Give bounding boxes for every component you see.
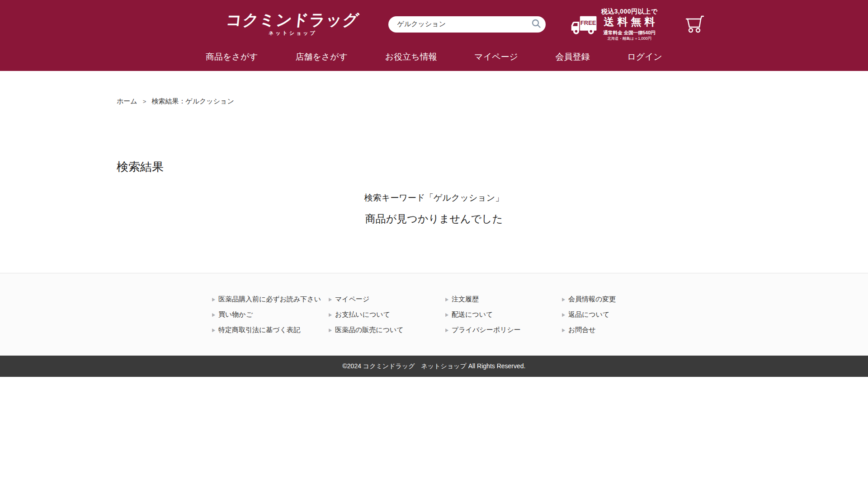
- nav-item-product-search[interactable]: 商品をさがす: [206, 51, 258, 63]
- shipping-threshold-text: 税込3,000円以上で: [601, 8, 658, 14]
- svg-text:FREE: FREE: [580, 19, 596, 26]
- search-keyword-text: 検索キーワード「ゲルクッション」: [0, 192, 868, 204]
- footer-link-mypage[interactable]: ▶マイページ: [329, 295, 445, 304]
- triangle-bullet-icon: ▶: [329, 312, 332, 317]
- footer-link-payment[interactable]: ▶お支払いについて: [329, 310, 445, 319]
- search-button[interactable]: [529, 18, 543, 31]
- shipping-remote-fee-text: 北海道・離島は＋1,000円: [601, 37, 658, 41]
- nav-item-useful-info[interactable]: お役立ち情報: [385, 51, 437, 63]
- footer-link-commerce-law[interactable]: ▶特定商取引法に基づく表記: [212, 326, 329, 334]
- copyright-bar: ©2024 コクミンドラッグ ネットショップ All Rights Reserv…: [0, 356, 868, 377]
- free-shipping-banner: FREE 税込3,000円以上で 送料無料 通常料金 全国一律540円 北海道・…: [571, 8, 658, 41]
- triangle-bullet-icon: ▶: [562, 296, 565, 302]
- main-navigation: 商品をさがす 店舗をさがす お役立ち情報 マイページ 会員登録 ログイン: [206, 46, 662, 68]
- site-header: コクミンドラッグ ネットショップ: [0, 0, 868, 71]
- triangle-bullet-icon: ▶: [445, 327, 448, 333]
- page-title: 検索結果: [117, 159, 751, 175]
- breadcrumb-separator: >: [143, 98, 146, 105]
- footer-link-cart[interactable]: ▶買い物かご: [212, 310, 329, 319]
- footer-link-member-info[interactable]: ▶会員情報の変更: [562, 295, 679, 304]
- copyright-text: ©2024 コクミンドラッグ ネットショップ All Rights Reserv…: [343, 362, 526, 371]
- breadcrumb-home-link[interactable]: ホーム: [117, 97, 137, 106]
- triangle-bullet-icon: ▶: [212, 296, 215, 302]
- cart-button[interactable]: [684, 15, 704, 34]
- footer-link-drug-notice[interactable]: ▶医薬品購入前に必ずお読み下さい: [212, 295, 329, 304]
- nav-item-mypage[interactable]: マイページ: [474, 51, 518, 63]
- brand-logo[interactable]: コクミンドラッグ ネットショップ: [226, 12, 359, 37]
- breadcrumb: ホーム > 検索結果：ゲルクッション: [117, 71, 751, 106]
- nav-item-login[interactable]: ログイン: [627, 51, 662, 63]
- footer-link-delivery[interactable]: ▶配送について: [445, 310, 562, 319]
- triangle-bullet-icon: ▶: [212, 327, 215, 333]
- triangle-bullet-icon: ▶: [562, 312, 565, 317]
- footer-link-drug-sales[interactable]: ▶医薬品の販売について: [329, 326, 445, 334]
- footer-link-returns[interactable]: ▶返品について: [562, 310, 679, 319]
- footer-link-contact[interactable]: ▶お問合せ: [562, 326, 679, 334]
- triangle-bullet-icon: ▶: [329, 327, 332, 333]
- brand-logo-subtext: ネットショップ: [226, 30, 359, 37]
- nav-item-store-search[interactable]: 店舗をさがす: [295, 51, 348, 63]
- footer-link-area: ▶医薬品購入前に必ずお読み下さい ▶買い物かご ▶特定商取引法に基づく表記 ▶マ…: [0, 273, 868, 356]
- breadcrumb-current: 検索結果：ゲルクッション: [151, 97, 234, 106]
- main-content: ホーム > 検索結果：ゲルクッション 検索結果 検索キーワード「ゲルクッション」…: [0, 71, 868, 273]
- search-icon: [531, 19, 541, 30]
- shipping-fee-text: 通常料金 全国一律540円: [601, 30, 658, 35]
- footer-link-order-history[interactable]: ▶注文履歴: [445, 295, 562, 304]
- free-shipping-text: 送料無料: [601, 17, 658, 27]
- footer-link-privacy-policy[interactable]: ▶プライバシーポリシー: [445, 326, 562, 334]
- triangle-bullet-icon: ▶: [329, 296, 332, 302]
- site-footer: ▶医薬品購入前に必ずお読み下さい ▶買い物かご ▶特定商取引法に基づく表記 ▶マ…: [0, 273, 868, 377]
- search-box: [388, 16, 546, 33]
- brand-logo-text: コクミンドラッグ: [225, 12, 360, 28]
- no-results-text: 商品が見つかりませんでした: [0, 212, 868, 226]
- triangle-bullet-icon: ▶: [212, 312, 215, 317]
- cart-icon: [684, 15, 704, 34]
- triangle-bullet-icon: ▶: [445, 312, 448, 317]
- triangle-bullet-icon: ▶: [445, 296, 448, 302]
- triangle-bullet-icon: ▶: [562, 327, 565, 333]
- search-input[interactable]: [388, 16, 546, 33]
- delivery-truck-icon: FREE: [571, 14, 597, 35]
- nav-item-register[interactable]: 会員登録: [556, 51, 590, 63]
